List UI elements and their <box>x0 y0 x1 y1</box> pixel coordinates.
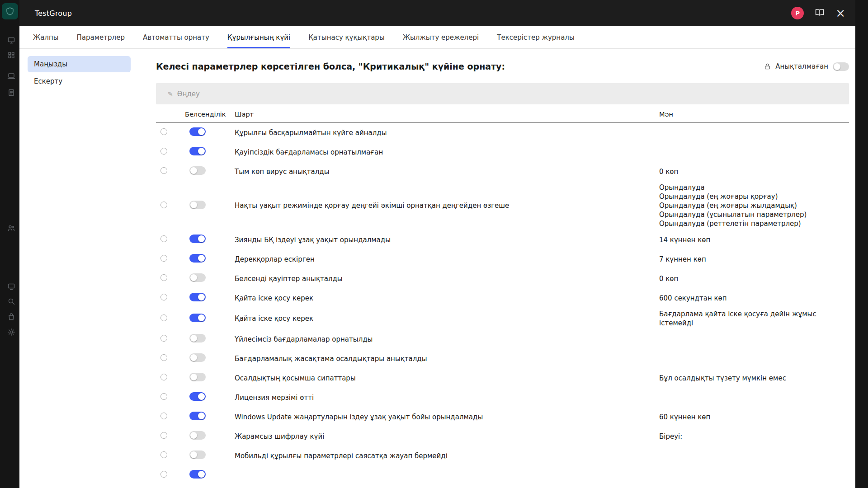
row-select-radio[interactable] <box>160 255 167 262</box>
row-select-radio[interactable] <box>160 167 167 174</box>
row-activity-toggle[interactable] <box>189 235 206 243</box>
condition-text: Үйлесімсіз бағдарламалар орнатылды <box>230 335 659 343</box>
table-row: Лицензия мерзімі өтті <box>156 388 849 407</box>
row-select-radio[interactable] <box>160 354 167 361</box>
pencil-icon: ✎ <box>168 90 173 98</box>
row-select-radio[interactable] <box>160 202 167 208</box>
value-text: Бағдарлама қайта іске қосуға дейін жұмыс… <box>659 310 849 328</box>
value-text: 7 күннен көп <box>659 255 849 264</box>
row-select-radio[interactable] <box>160 374 167 380</box>
row-select-radio[interactable] <box>160 294 167 300</box>
header-value: Мән <box>659 111 849 118</box>
value-text: Бұл осалдықты түзету мүмкін емес <box>659 374 849 383</box>
table-row: Мобильді құрылғы параметрлері саясатқа ж… <box>156 446 849 465</box>
tab-3[interactable]: Құрылғының күйі <box>227 26 290 48</box>
reports-icon <box>7 89 15 97</box>
value-text: Біреуі: <box>659 432 849 441</box>
severity-sidebar: МаңыздыЕскерту <box>19 49 135 488</box>
condition-text: Бағдарламалық жасақтама осалдықтары анық… <box>230 355 659 363</box>
row-activity-toggle[interactable] <box>189 392 206 401</box>
row-activity-toggle[interactable] <box>189 166 206 175</box>
users-icon <box>7 224 15 232</box>
row-select-radio[interactable] <box>160 274 167 281</box>
tab-0[interactable]: Жалпы <box>33 26 59 48</box>
header-condition: Шарт <box>230 111 659 118</box>
row-select-radio[interactable] <box>160 413 167 419</box>
row-activity-toggle[interactable] <box>189 470 206 479</box>
console-icon <box>7 282 15 291</box>
table-row: Нақты уақыт режимінде қорғау деңгейі әкі… <box>156 181 849 230</box>
monitoring-icon <box>7 36 15 44</box>
row-activity-toggle[interactable] <box>189 373 206 381</box>
row-activity-toggle[interactable] <box>189 201 206 209</box>
devices-icon <box>7 72 15 80</box>
group-properties-modal: TestGroup P × ЖалпыПараметрлерАвтоматты … <box>19 0 855 488</box>
row-activity-toggle[interactable] <box>189 431 206 440</box>
row-select-radio[interactable] <box>160 314 167 321</box>
table-row: Windows Update жаңартуларын іздеу ұзақ у… <box>156 407 849 427</box>
row-activity-toggle[interactable] <box>189 334 206 343</box>
table-row: Құрылғы басқарылмайтын күйге айналды <box>156 123 849 142</box>
screen: TestGroup P × ЖалпыПараметрлерАвтоматты … <box>0 0 868 488</box>
row-activity-toggle[interactable] <box>189 127 206 136</box>
help-book-icon[interactable] <box>815 9 825 18</box>
table-row: Үйлесімсіз бағдарламалар орнатылды <box>156 329 849 349</box>
sidebar-item-0[interactable]: Маңызды <box>28 56 131 72</box>
tab-bar: ЖалпыПараметрлерАвтоматты орнатуҚұрылғын… <box>19 26 855 49</box>
condition-text: Дерекқорлар ескірген <box>230 255 659 263</box>
row-activity-toggle[interactable] <box>189 147 206 155</box>
row-select-radio[interactable] <box>160 235 167 242</box>
tab-6[interactable]: Тексерістер журналы <box>497 26 574 48</box>
page-heading: Келесі параметрлер көрсетілген болса, "К… <box>156 61 505 71</box>
value-text: ОрындалудаОрындалуда (ең жоғары қорғау)О… <box>659 183 849 228</box>
app-left-rail <box>0 0 19 488</box>
value-text: 0 көп <box>659 274 849 283</box>
tab-4[interactable]: Қатынасу құқықтары <box>308 26 385 48</box>
table-toolbar: ✎ Өңдеу <box>156 83 849 104</box>
row-activity-toggle[interactable] <box>189 273 206 282</box>
value-text: 0 көп <box>659 167 849 176</box>
row-select-radio[interactable] <box>160 335 167 342</box>
user-avatar[interactable]: P <box>791 7 804 19</box>
row-select-radio[interactable] <box>160 128 167 135</box>
table-row: Тым көп вирус анықталды0 көп <box>156 162 849 181</box>
undefined-toggle[interactable] <box>833 62 849 71</box>
row-select-radio[interactable] <box>160 471 167 478</box>
table-row: Белсенді қауіптер анықталды0 көп <box>156 269 849 288</box>
condition-text: Қайта іске қосу керек <box>230 314 659 323</box>
conditions-table-body: Құрылғы басқарылмайтын күйге айналдыҚауі… <box>156 123 849 485</box>
value-text: 14 күннен көп <box>659 235 849 244</box>
condition-text: Қайта іске қосу керек <box>230 294 659 302</box>
modal-titlebar: TestGroup P × <box>19 0 855 26</box>
table-row: Бағдарламалық жасақтама осалдықтары анық… <box>156 349 849 368</box>
product-logo-icon <box>2 3 18 19</box>
row-activity-toggle[interactable] <box>189 353 206 362</box>
condition-text: Нақты уақыт режимінде қорғау деңгейі әкі… <box>230 202 659 210</box>
close-icon[interactable]: × <box>835 7 845 19</box>
condition-text: Тым көп вирус анықталды <box>230 168 659 176</box>
sidebar-item-1[interactable]: Ескерту <box>28 73 131 89</box>
device-status-content: Келесі параметрлер көрсетілген болса, "К… <box>135 49 855 488</box>
condition-text: Жарамсыз шифрлау күйі <box>230 432 659 441</box>
table-row: Дерекқорлар ескірген7 күннен көп <box>156 249 849 269</box>
row-select-radio[interactable] <box>160 393 167 400</box>
condition-text: Windows Update жаңартуларын іздеу ұзақ у… <box>230 413 659 421</box>
row-activity-toggle[interactable] <box>189 293 206 301</box>
condition-text: Қауіпсіздік бағдарламасы орнатылмаған <box>230 148 659 156</box>
tab-5[interactable]: Жылжыту ережелері <box>403 26 479 48</box>
row-activity-toggle[interactable] <box>189 412 206 420</box>
row-activity-toggle[interactable] <box>189 254 206 263</box>
conditions-table-header: Белсенділік Шарт Мән <box>156 111 849 123</box>
avatar-letter: P <box>795 10 800 17</box>
tab-1[interactable]: Параметрлер <box>77 26 125 48</box>
row-activity-toggle[interactable] <box>189 314 206 322</box>
tab-2[interactable]: Автоматты орнату <box>143 26 209 48</box>
search-icon <box>7 297 15 305</box>
row-select-radio[interactable] <box>160 432 167 439</box>
row-activity-toggle[interactable] <box>189 450 206 459</box>
row-select-radio[interactable] <box>160 148 167 155</box>
edit-button[interactable]: ✎ Өңдеу <box>168 90 200 98</box>
lock-icon <box>764 63 771 70</box>
table-row <box>156 465 849 485</box>
row-select-radio[interactable] <box>160 451 167 458</box>
